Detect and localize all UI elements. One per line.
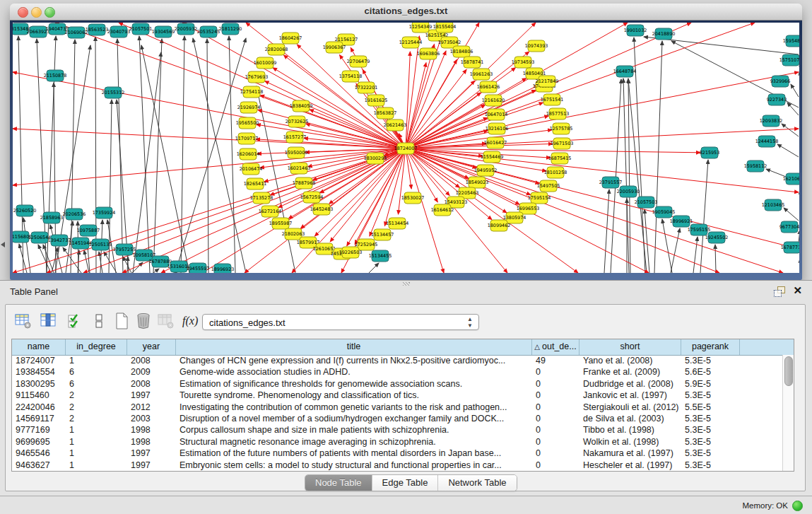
- table-row[interactable]: 946554611997Estimation of the future num…: [12, 448, 783, 459]
- graph-node-label: 25260520: [13, 208, 37, 214]
- graph-node-label: 19226503: [339, 250, 363, 255]
- select-columns-button[interactable]: [66, 312, 85, 330]
- graph-node-label: 19304569: [152, 29, 175, 35]
- graph-edge: [133, 52, 161, 273]
- graph-node-label: 9227343: [767, 97, 787, 103]
- show-columns-button[interactable]: [40, 312, 58, 330]
- cell-title: Embryonic stem cells: a model to study s…: [176, 460, 532, 471]
- graph-node-label: 19495952: [474, 168, 498, 173]
- row-options-button[interactable]: [90, 312, 109, 330]
- graph-node-label: 18184806: [450, 49, 473, 54]
- table-panel-titlebar: Table Panel ✕: [0, 281, 812, 302]
- network-view[interactable]: 1860426722820068160100991767969312754118…: [13, 23, 799, 273]
- network-frame: 1860426722820068160100991767969312754118…: [10, 21, 802, 280]
- cell-title: Estimation of the future numbers of pati…: [176, 448, 532, 459]
- graph-node-label: 20155312: [102, 90, 125, 95]
- delete-table-button[interactable]: [157, 312, 175, 330]
- create-column-button[interactable]: [113, 312, 131, 330]
- cell-title: Investigating the contribution of common…: [176, 402, 532, 413]
- column-header-out_de[interactable]: △out_de...: [532, 339, 579, 355]
- table-toolbar: f(x) citations_edges.txt ▲▼: [10, 309, 801, 334]
- table-row[interactable]: 946362711997Embryonic stem cells: a mode…: [12, 460, 783, 471]
- panel-collapse-arrow-icon[interactable]: [1, 242, 5, 247]
- table-body: 1872400712008Changes of HCN gene express…: [12, 355, 783, 471]
- graph-node-label: 19906367: [323, 45, 346, 50]
- table-row[interactable]: 977716911998Corpus callosum shape and si…: [12, 424, 783, 436]
- graph-edge: [153, 39, 162, 273]
- sort-ascending-icon: △: [534, 343, 540, 351]
- column-header-filler: [740, 339, 794, 355]
- cell-pagerank: 5.3E-5: [681, 390, 740, 401]
- scrollbar-thumb[interactable]: [784, 356, 793, 386]
- cell-name: 18300295: [12, 378, 66, 390]
- column-header-in_degree[interactable]: in_degree: [66, 339, 127, 355]
- graph-edge: [13, 72, 406, 148]
- tab-node-table[interactable]: Node Table: [305, 475, 372, 491]
- table-row[interactable]: 1456911722003Disruption of a novel membe…: [12, 413, 783, 424]
- cell-title: Disruption of a novel member of a sodium…: [176, 413, 532, 424]
- delete-column-button[interactable]: [134, 312, 153, 330]
- graph-edge: [715, 245, 716, 273]
- cell-out_de: 0: [532, 390, 579, 401]
- graph-node-label: 16875415: [548, 156, 572, 161]
- cell-in_degree: 6: [66, 378, 127, 390]
- graph-node-label: 19161625: [365, 98, 388, 103]
- window-titlebar[interactable]: citations_edges.txt: [10, 4, 802, 21]
- table-panel: Table Panel ✕: [0, 280, 812, 514]
- memory-status-label: Memory: OK: [742, 501, 788, 510]
- cell-short: Dudbridge et al. (2008): [579, 378, 681, 390]
- table-mode-button[interactable]: [14, 312, 33, 330]
- graph-node-label: 11554469: [481, 154, 504, 160]
- cell-year: 2008: [127, 378, 176, 390]
- tab-edge-table[interactable]: Edge Table: [372, 475, 439, 491]
- cell-title: Estimation of significance thresholds fo…: [176, 378, 532, 390]
- cell-short: Nakamura et al. (1997): [579, 448, 681, 459]
- graph-node-label: 17679693: [245, 74, 269, 80]
- cell-short: Hescheler et al. (1997): [579, 460, 681, 471]
- cell-pagerank: 5.5E-5: [681, 402, 740, 413]
- cell-out_de: 0: [532, 436, 579, 448]
- table-row[interactable]: 969969511998Structural magnetic resonanc…: [12, 436, 783, 448]
- graph-edge: [207, 39, 208, 273]
- table-row[interactable]: 911546021997Tourette syndrome. Phenomeno…: [12, 390, 783, 401]
- graph-node-label: 18300295: [364, 156, 387, 161]
- vertical-scrollbar[interactable]: [782, 355, 794, 471]
- cell-short: Tibbo et al. (1998): [579, 424, 681, 436]
- cell-short: Jankovic et al. (1997): [579, 390, 681, 401]
- graph-node-label: 16961426: [477, 84, 500, 90]
- table-row[interactable]: 1938455462009Genome-wide association stu…: [12, 366, 783, 378]
- table-selector-dropdown[interactable]: citations_edges.txt ▲▼: [202, 314, 479, 330]
- graph-node-label: 16206014: [237, 151, 260, 157]
- column-header-pagerank[interactable]: pagerank: [681, 339, 740, 355]
- cell-out_de: 0: [532, 448, 579, 459]
- graph-node-label: 21069062: [65, 30, 88, 35]
- column-header-short[interactable]: short: [579, 339, 681, 355]
- graph-node-label: 17595154: [528, 195, 551, 201]
- column-header-year[interactable]: year: [127, 339, 176, 355]
- cell-out_de: 0: [532, 378, 579, 390]
- graph-edge: [369, 263, 379, 273]
- graph-node-label: 18563827: [374, 110, 397, 116]
- function-builder-button[interactable]: f(x): [182, 315, 201, 333]
- cell-year: 2003: [127, 413, 176, 424]
- graph-node-label: 12754118: [240, 89, 264, 95]
- table-row[interactable]: 2242004622012Investigating the contribut…: [12, 402, 783, 413]
- graph-edge: [181, 36, 184, 273]
- tab-network-table[interactable]: Network Table: [438, 475, 516, 491]
- table-row[interactable]: 1830029562008Estimation of significance …: [12, 378, 783, 390]
- graph-edge: [406, 72, 799, 148]
- memory-status-icon: [792, 501, 803, 511]
- close-panel-button[interactable]: ✕: [793, 284, 802, 297]
- column-header-name[interactable]: name: [12, 339, 66, 355]
- float-panel-button[interactable]: [774, 286, 785, 296]
- cell-name: 22420046: [12, 402, 66, 413]
- graph-node-label: 15958112: [744, 163, 767, 169]
- column-header-title[interactable]: title: [176, 339, 532, 355]
- cell-pagerank: 5.3E-5: [681, 355, 740, 366]
- graph-node-label: 18604267: [279, 35, 302, 41]
- graph-edge: [13, 129, 406, 148]
- cell-year: 2012: [127, 402, 176, 413]
- graph-edge: [799, 230, 799, 243]
- cell-pagerank: 5.9E-5: [681, 378, 740, 390]
- table-row[interactable]: 1872400712008Changes of HCN gene express…: [12, 355, 783, 366]
